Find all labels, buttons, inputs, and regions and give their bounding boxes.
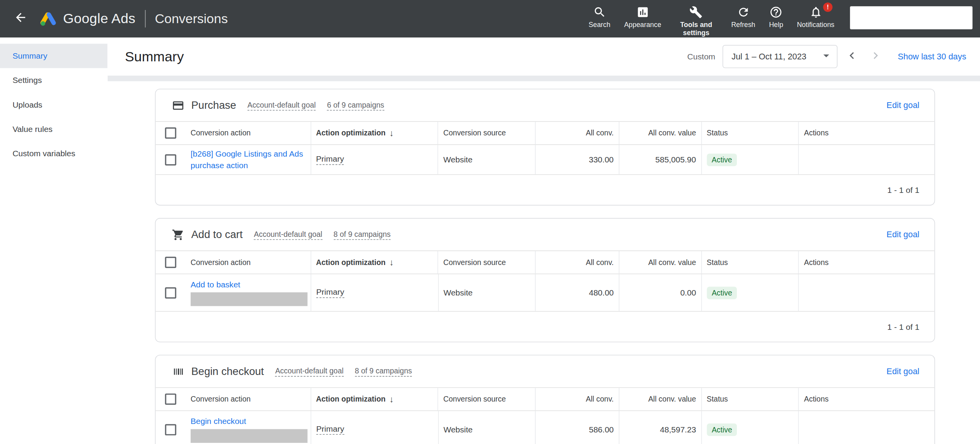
status-badge: Active [707,423,737,436]
notifications-button[interactable]: ! Notifications [790,4,841,29]
chevron-left-icon [845,48,859,64]
page-title: Summary [125,48,184,64]
column-header-conversion-action[interactable]: Conversion action [186,251,310,273]
refresh-button[interactable]: Refresh [724,4,762,29]
column-header-label: Action optimization [316,258,386,267]
refresh-icon [737,4,750,19]
topbar-divider [145,10,146,27]
optimization-cell: Primary [310,145,438,174]
table-row: Add to basket Primary Website 480.00 0.0… [156,274,934,312]
column-header-all-conv[interactable]: All conv. [535,388,619,410]
status-cell: Active [701,145,798,174]
column-header-status[interactable]: Status [701,388,798,410]
column-header-conversion-action[interactable]: Conversion action [186,122,310,144]
row-checkbox[interactable] [165,154,176,165]
sidebar-item-custom-variables[interactable]: Custom variables [0,141,108,165]
column-header-status[interactable]: Status [701,122,798,144]
conversion-action-cell: Add to basket [186,274,311,311]
row-checkbox-cell [156,411,186,444]
table-row: [b268] Google Listings and Ads purchase … [156,145,934,175]
column-header-all-conv[interactable]: All conv. [535,251,619,273]
optimization-value[interactable]: Primary [316,287,344,298]
goal-campaigns-link[interactable]: 8 of 9 campaigns [333,230,391,240]
search-button[interactable]: Search [582,4,617,29]
conversion-action-link[interactable]: Add to basket [191,279,308,290]
column-header-action-optimization[interactable]: Action optimization↓ [310,388,438,410]
sidebar-item-settings[interactable]: Settings [0,68,108,92]
row-checkbox[interactable] [165,287,176,298]
back-arrow-icon [14,11,28,27]
column-header-all-conv-value[interactable]: All conv. value [619,122,701,144]
sort-descending-icon: ↓ [389,257,394,267]
date-range-dropdown[interactable]: Jul 1 – Oct 11, 2023 [723,45,838,68]
help-button[interactable]: Help [762,4,790,29]
column-header-conversion-source[interactable]: Conversion source [438,251,535,273]
previous-period-button[interactable] [844,48,860,64]
column-header-all-conv-value[interactable]: All conv. value [619,388,701,410]
column-header-actions[interactable]: Actions [798,388,934,410]
column-header-actions[interactable]: Actions [798,251,934,273]
date-controls: Custom Jul 1 – Oct 11, 2023 Show last 30… [687,45,966,68]
appearance-button[interactable]: Appearance [617,4,668,29]
goal-campaigns-link[interactable]: 8 of 9 campaigns [355,366,412,376]
cart-icon [172,228,184,241]
topbar: Google Ads Conversions Search Appearance [0,0,980,37]
edit-goal-link[interactable]: Edit goal [887,101,919,110]
table-header-row: Conversion action Action optimization↓ C… [156,250,934,274]
goal-type-label[interactable]: Account-default goal [254,230,322,240]
pagination-row: 1 - 1 of 1 [156,312,934,342]
column-header-label: Action optimization [316,129,386,138]
goal-type-label[interactable]: Account-default goal [275,366,344,376]
show-last-30-days-link[interactable]: Show last 30 days [898,52,966,61]
status-cell: Active [701,411,798,444]
brand-title: Google Ads [63,11,135,27]
column-header-actions[interactable]: Actions [798,122,934,144]
table-header-row: Conversion action Action optimization↓ C… [156,387,934,411]
select-all-checkbox[interactable] [165,393,176,405]
date-range-value: Jul 1 – Oct 11, 2023 [731,52,806,61]
all-conv-value-cell: 0.00 [619,274,701,311]
column-header-action-optimization[interactable]: Action optimization↓ [310,122,438,144]
sidebar-item-summary[interactable]: Summary [0,44,108,68]
optimization-value[interactable]: Primary [316,154,344,165]
column-header-conversion-action[interactable]: Conversion action [186,388,310,410]
sidebar: Summary Settings Uploads Value rules Cus… [0,37,108,444]
column-header-all-conv[interactable]: All conv. [535,122,619,144]
column-header-all-conv-value[interactable]: All conv. value [619,251,701,273]
goal-cards: Purchase Account-default goal 6 of 9 cam… [108,81,980,444]
next-period-button[interactable] [868,48,884,64]
goal-name: Purchase [191,99,236,111]
column-header-action-optimization[interactable]: Action optimization↓ [310,251,438,273]
row-checkbox[interactable] [165,424,176,435]
actions-cell [798,274,934,311]
source-cell: Website [438,411,535,444]
all-conv-value-cell: 585,005.90 [619,145,701,174]
conversion-action-link[interactable]: Begin checkout [191,416,308,427]
actions-cell [798,411,934,444]
goal-type-label[interactable]: Account-default goal [247,100,316,110]
search-label: Search [589,20,610,29]
pagination-label: 1 - 1 of 1 [887,322,919,331]
sidebar-item-value-rules[interactable]: Value rules [0,117,108,141]
goal-campaigns-link[interactable]: 6 of 9 campaigns [327,100,384,110]
edit-goal-link[interactable]: Edit goal [887,230,919,239]
google-ads-app: Google Ads Conversions Search Appearance [0,0,980,444]
conversion-action-cell: [b268] Google Listings and Ads purchase … [186,145,310,174]
notification-badge: ! [823,2,833,12]
select-all-cell [156,122,186,144]
column-header-conversion-source[interactable]: Conversion source [438,122,535,144]
select-all-checkbox[interactable] [165,127,176,138]
back-button[interactable] [12,11,29,27]
select-all-checkbox[interactable] [165,257,176,268]
goal-card-add-to-cart: Add to cart Account-default goal 8 of 9 … [155,218,935,342]
edit-goal-link[interactable]: Edit goal [887,367,919,376]
optimization-value[interactable]: Primary [316,424,344,435]
tools-and-settings-button[interactable]: Tools and settings [668,4,724,37]
table-row: Begin checkout Primary Website 586.00 48… [156,411,934,444]
source-cell: Website [438,145,535,174]
column-header-status[interactable]: Status [701,251,798,273]
conversion-action-link[interactable]: [b268] Google Listings and Ads purchase … [191,149,305,171]
column-header-conversion-source[interactable]: Conversion source [438,388,535,410]
goal-card-header: Begin checkout Account-default goal 8 of… [156,355,934,387]
sidebar-item-uploads[interactable]: Uploads [0,93,108,117]
